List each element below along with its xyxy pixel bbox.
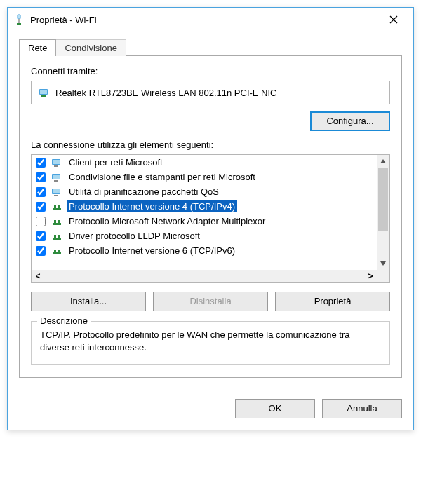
item-label: Client per reti Microsoft [67, 156, 165, 168]
properties-button[interactable]: Proprietà [275, 292, 390, 311]
svg-rect-23 [53, 238, 61, 240]
client-icon [51, 172, 62, 183]
scroll-right-icon[interactable]: > [364, 270, 377, 282]
tab-condivisione[interactable]: Condivisione [55, 39, 126, 56]
wifi-adapter-icon [13, 14, 25, 25]
adapter-name: Realtek RTL8723BE Wireless LAN 802.11n P… [55, 88, 277, 98]
item-label: Protocollo Internet versione 4 (TCP/IPv4… [67, 200, 237, 212]
item-label: Utilità di pianificazione pacchetti QoS [67, 186, 221, 198]
horizontal-scrollbar[interactable]: < > [32, 270, 389, 282]
scroll-corner [377, 270, 389, 282]
tab-panel-rete: Connetti tramite: Realtek RTL8723BE Wire… [19, 55, 402, 378]
item-checkbox[interactable] [36, 217, 46, 226]
item-checkbox[interactable] [36, 158, 46, 168]
item-checkbox[interactable] [36, 172, 46, 182]
dialog-button-row: OK Annulla [8, 389, 413, 430]
ok-button[interactable]: OK [235, 399, 315, 418]
item-label: Driver protocollo LLDP Microsoft [67, 230, 202, 242]
item-checkbox[interactable] [36, 202, 46, 212]
item-label: Protocollo Internet versione 6 (TCP/IPv6… [67, 245, 237, 257]
client-icon [51, 157, 62, 168]
list-item[interactable]: Utilità di pianificazione pacchetti QoS [32, 184, 377, 199]
svg-marker-30 [380, 261, 386, 266]
description-text: TCP/IP. Protocollo predefinito per le WA… [40, 329, 381, 354]
components-listbox[interactable]: Client per reti MicrosoftCondivisione fi… [31, 154, 390, 283]
protocol-icon [51, 231, 62, 242]
item-checkbox[interactable] [36, 246, 46, 256]
client-icon [51, 186, 62, 198]
item-checkbox[interactable] [36, 231, 46, 241]
svg-rect-22 [58, 220, 60, 223]
install-button[interactable]: Installa... [31, 292, 146, 311]
tab-rete[interactable]: Rete [19, 39, 56, 56]
list-item[interactable]: Client per reti Microsoft [32, 155, 377, 170]
window-title: Proprietà - Wi-Fi [30, 15, 380, 25]
properties-dialog: Proprietà - Wi-Fi Rete Condivisione Conn… [7, 7, 414, 430]
list-item[interactable]: Driver protocollo LLDP Microsoft [32, 229, 377, 243]
protocol-icon [51, 216, 62, 227]
vertical-scrollbar[interactable] [377, 155, 389, 270]
configure-button[interactable]: Configura... [310, 111, 390, 131]
svg-rect-2 [17, 23, 21, 25]
svg-rect-25 [58, 235, 60, 238]
item-label: Condivisione file e stampanti per reti M… [67, 171, 258, 183]
svg-rect-12 [53, 175, 60, 179]
svg-rect-26 [53, 252, 61, 254]
tab-strip: Rete Condivisione [19, 39, 402, 56]
list-item[interactable]: Condivisione file e stampanti per reti M… [32, 170, 377, 184]
list-item[interactable]: Protocollo Internet versione 4 (TCP/IPv4… [32, 199, 377, 214]
cancel-button[interactable]: Annulla [322, 399, 402, 418]
items-label: La connessione utilizza gli elementi seg… [31, 139, 390, 150]
component-buttons: Installa... Disinstalla Proprietà [31, 292, 390, 311]
svg-rect-1 [18, 19, 20, 24]
list-item[interactable]: Protocollo Microsoft Network Adapter Mul… [32, 214, 377, 229]
svg-rect-9 [53, 160, 60, 164]
connect-using-label: Connetti tramite: [31, 66, 390, 76]
svg-rect-0 [18, 15, 20, 19]
svg-rect-10 [54, 165, 58, 167]
svg-rect-28 [58, 250, 60, 252]
svg-rect-7 [41, 95, 46, 97]
description-title: Descrizione [37, 315, 91, 326]
close-icon [389, 15, 398, 24]
svg-rect-6 [40, 90, 47, 94]
close-button[interactable] [380, 10, 408, 29]
svg-rect-15 [53, 189, 60, 193]
scroll-left-icon[interactable]: < [32, 270, 44, 282]
protocol-icon [51, 245, 62, 257]
svg-rect-17 [53, 208, 61, 210]
protocol-icon [51, 201, 62, 212]
list-item[interactable]: Protocollo Internet versione 6 (TCP/IPv6… [32, 243, 377, 258]
description-groupbox: Descrizione TCP/IP. Protocollo predefini… [31, 321, 390, 365]
scroll-down-icon[interactable] [377, 257, 389, 270]
item-checkbox[interactable] [36, 187, 46, 197]
network-adapter-icon [39, 87, 50, 98]
titlebar: Proprietà - Wi-Fi [8, 8, 413, 32]
svg-rect-18 [54, 205, 56, 208]
svg-rect-19 [58, 205, 60, 208]
svg-rect-13 [54, 180, 58, 182]
adapter-field[interactable]: Realtek RTL8723BE Wireless LAN 802.11n P… [31, 81, 390, 104]
svg-rect-20 [53, 223, 61, 225]
uninstall-button: Disinstalla [153, 292, 268, 311]
scroll-thumb[interactable] [378, 168, 388, 231]
item-label: Protocollo Microsoft Network Adapter Mul… [67, 215, 267, 227]
dialog-content: Rete Condivisione Connetti tramite: Real… [8, 32, 413, 389]
svg-rect-27 [54, 250, 56, 252]
svg-rect-24 [54, 235, 56, 238]
scroll-up-icon[interactable] [377, 155, 389, 168]
svg-marker-29 [380, 159, 386, 163]
svg-rect-21 [54, 220, 56, 223]
svg-rect-16 [54, 195, 58, 196]
